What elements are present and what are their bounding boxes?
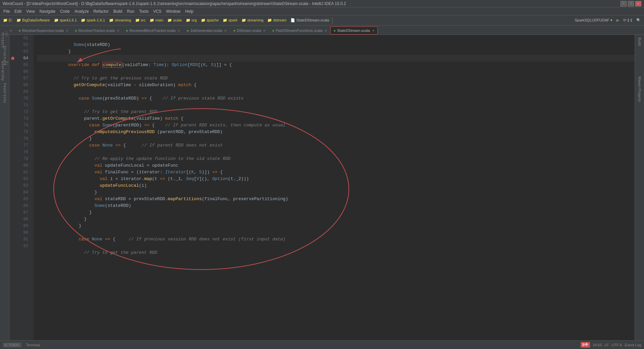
code-line-83: } — [37, 182, 635, 189]
menu-help[interactable]: Help — [183, 8, 196, 14]
code-line-85: Some(stateRDD) — [37, 196, 635, 202]
toolbar-icons: ⟳ ⟫ ⟪ — [622, 17, 634, 23]
toolbar-spark[interactable]: 📁 spark-1.6.1 — [79, 17, 107, 23]
menu-code[interactable]: Code — [58, 8, 72, 14]
close-button[interactable]: ✕ — [635, 1, 641, 6]
tab-dstream[interactable]: ● DStream.scala ✕ — [230, 26, 269, 35]
code-line-74: computeUsingPreviousRDD (parentRDD, prev… — [37, 122, 635, 129]
right-sidebar: Build Maven Projects — [635, 35, 644, 340]
toolbar-separator — [332, 17, 332, 24]
tab-state-dstream[interactable]: ● StateDStream.scala ✕ — [330, 26, 377, 35]
code-line-75: } — [37, 129, 635, 135]
menu-tools[interactable]: Tools — [137, 8, 151, 14]
code-line-67: getOrCompute(validTime - slideDuration) … — [37, 75, 635, 82]
main-layout: 1: Project Structure 2: Hierarchy Favori… — [0, 35, 644, 340]
code-line-61: Some(stateRDD) — [37, 35, 635, 42]
menu-window[interactable]: Window — [164, 8, 182, 14]
tab-received-block-tracker[interactable]: ● ReceivedBlockTracker.scala ✕ — [123, 26, 183, 35]
cursor-position: 34:65 — [593, 343, 602, 347]
ime-icon[interactable]: S中 — [581, 342, 590, 348]
tab-job-generator[interactable]: ● JobGenerator.scala ✕ — [183, 26, 230, 35]
code-line-86: } — [37, 202, 635, 209]
code-area: 61 62 63 64 65 66 67 68 69 70 71 72 73 7… — [9, 35, 635, 340]
toolbar-dstream[interactable]: 📁 dstream — [266, 17, 288, 23]
menu-bar: File Edit View Navigate Code Analyze Ref… — [0, 7, 644, 15]
minimize-button[interactable]: ─ — [621, 1, 627, 6]
toolbar-spark161[interactable]: 📁 spark1.6.1 — [52, 17, 78, 23]
menu-run[interactable]: Run — [125, 8, 137, 14]
code-line-65 — [37, 62, 635, 68]
todo-panel[interactable]: 6: TODO — [3, 343, 21, 347]
terminal-panel[interactable]: Terminal — [24, 343, 42, 347]
code-line-82: updateFuncLocal(i) — [37, 176, 635, 182]
tab-receiver-supervisor[interactable]: ● ReceiverSupervisor.scala ✕ — [15, 26, 71, 35]
code-line-66: // Try to get the previous state RDD — [37, 68, 635, 75]
toolbar-bigdata[interactable]: 📁 BigDataSoftware — [15, 17, 52, 23]
code-line-77 — [37, 142, 635, 149]
code-line-69: case Some(prevStateRDD) => { // If previ… — [37, 89, 635, 95]
code-line-78: // Re-apply the update function to the o… — [37, 149, 635, 156]
toolbar-src[interactable]: 📁 src — [133, 17, 148, 23]
code-line-73: case Some(parentRDD) => { // If parent R… — [37, 115, 635, 122]
toolbar-project[interactable]: SparkSQLUDFUDAF ▾ — [573, 17, 614, 23]
line-ending[interactable]: LF — [604, 343, 609, 347]
sidebar-project-icon[interactable]: 1: Project — [1, 36, 9, 44]
menu-build[interactable]: Build — [111, 8, 124, 14]
code-content[interactable]: Some(stateRDD) } override def compute(va… — [34, 35, 635, 340]
menu-vcs[interactable]: VCS — [151, 8, 164, 14]
toolbar-main[interactable]: 📁 main — [148, 17, 165, 23]
code-line-87: } — [37, 209, 635, 216]
menu-analyze[interactable]: Analyze — [72, 8, 91, 14]
menu-view[interactable]: View — [24, 8, 37, 14]
toolbar-org[interactable]: 📁 org — [184, 17, 199, 23]
title-bar: WordCount - [D:\IdeaProjects\WordCount] … — [0, 0, 644, 7]
code-line-63 — [37, 48, 635, 55]
run-button[interactable]: ▶ — [615, 17, 621, 23]
tab-close-icon[interactable]: ✕ — [9, 29, 12, 33]
code-line-71: // Try to get the parent RDD — [37, 102, 635, 109]
status-bar: 6: TODO Terminal S中 34:65 LF UTF-8 Event… — [0, 340, 644, 349]
sidebar-right-build[interactable]: Build — [637, 36, 642, 47]
code-line-91 — [37, 236, 635, 243]
code-line-89 — [37, 223, 635, 229]
toolbar-file[interactable]: 📄 StateDStream.scala — [289, 17, 331, 23]
search-button[interactable]: 🔍 — [635, 17, 643, 23]
code-line-76: case None => { // If parent RDD does not… — [37, 135, 635, 142]
code-line-79: val updateFuncLocal = updateFunc — [37, 156, 635, 162]
toolbar-spark2[interactable]: 📁 spark — [221, 17, 239, 23]
toolbar-apache[interactable]: 📁 apache — [199, 17, 220, 23]
encoding[interactable]: UTF-8 — [611, 343, 622, 347]
tab-pair-dstream[interactable]: ● PairDStreamFunctions.scala ✕ — [269, 26, 330, 35]
sidebar-structure-icon[interactable]: Structure — [1, 52, 9, 60]
toolbar-streaming[interactable]: 📁 streaming — [107, 17, 132, 23]
toolbar-streaming2[interactable]: 📁 streaming — [240, 17, 265, 23]
status-left: 6: TODO Terminal — [3, 343, 42, 347]
menu-edit[interactable]: Edit — [12, 8, 23, 14]
code-line-68 — [37, 82, 635, 89]
sidebar-favorites-icon[interactable]: Favorites — [1, 89, 9, 97]
code-line-90: case None => { // If previous session RD… — [37, 229, 635, 236]
tab-receiver-tracker[interactable]: ● ReceiverTracker.scala ✕ — [72, 26, 122, 35]
gutter — [9, 35, 16, 340]
breakpoint-64[interactable] — [11, 57, 14, 60]
line-numbers: 61 62 63 64 65 66 67 68 69 70 71 72 73 7… — [16, 35, 34, 340]
code-line-81: val i = iterator.map(t => (t._1, Seq[V](… — [37, 169, 635, 176]
code-line-64: override def compute(validTime: Time): O… — [37, 55, 635, 62]
code-line-62: } — [37, 42, 635, 48]
code-line-88: } — [37, 216, 635, 223]
status-right: S中 34:65 LF UTF-8 Event Log — [581, 342, 641, 348]
maximize-button[interactable]: □ — [628, 1, 634, 6]
code-line-92: // Try to get the parent RDD — [37, 243, 635, 249]
sidebar-right-maven[interactable]: Maven Projects — [637, 75, 642, 103]
event-log[interactable]: Event Log — [625, 343, 641, 347]
menu-refactor[interactable]: Refactor — [92, 8, 111, 14]
sidebar-hierarchy-icon[interactable]: 2: Hierarchy — [1, 67, 9, 75]
menu-file[interactable]: File — [1, 8, 12, 14]
toolbar-scala[interactable]: 📁 scala — [166, 17, 183, 23]
menu-navigate[interactable]: Navigate — [38, 8, 57, 14]
code-line-84: val stateRDD = prevStateRDD.mapPartition… — [37, 189, 635, 196]
code-line-70 — [37, 95, 635, 102]
toolbar-drive[interactable]: 📁 D: — [1, 17, 14, 23]
left-sidebar: 1: Project Structure 2: Hierarchy Favori… — [0, 35, 9, 340]
code-scroll[interactable]: 61 62 63 64 65 66 67 68 69 70 71 72 73 7… — [9, 35, 635, 340]
